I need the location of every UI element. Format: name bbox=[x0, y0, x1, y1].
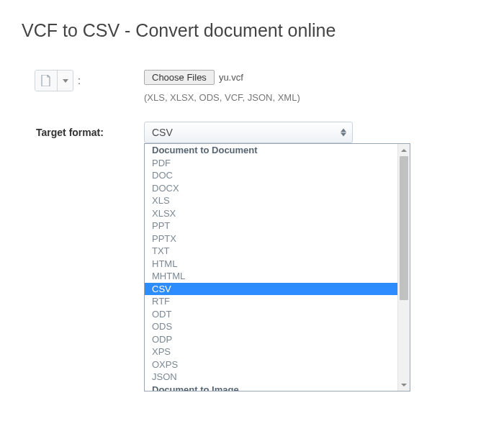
chevron-down-icon bbox=[63, 79, 68, 83]
file-icon bbox=[41, 75, 51, 86]
dropdown-option[interactable]: CSV bbox=[145, 283, 397, 296]
supported-formats-hint: (XLS, XLSX, ODS, VCF, JSON, XML) bbox=[144, 92, 482, 103]
dropdown-option[interactable]: HTML bbox=[145, 258, 397, 271]
dropdown-option[interactable]: PPT bbox=[145, 220, 397, 232]
page-title: VCF to CSV - Convert document online bbox=[22, 20, 482, 41]
target-format-select[interactable]: CSV bbox=[144, 122, 353, 143]
choose-files-button[interactable]: Choose Files bbox=[144, 70, 215, 85]
dropdown-option[interactable]: TXT bbox=[145, 245, 397, 258]
file-source-button[interactable] bbox=[35, 71, 57, 91]
dropdown-option[interactable]: DOCX bbox=[145, 182, 397, 195]
dropdown-option[interactable]: PPTX bbox=[145, 232, 397, 245]
dropdown-scrollbar[interactable] bbox=[397, 144, 410, 391]
dropdown-list[interactable]: Document to DocumentPDFDOCDOCXXLSXLSXPPT… bbox=[145, 144, 397, 391]
dropdown-option[interactable]: DOC bbox=[145, 169, 397, 182]
dropdown-option[interactable]: ODT bbox=[145, 308, 397, 321]
dropdown-option[interactable]: RTF bbox=[145, 295, 397, 308]
triangle-up-icon bbox=[401, 149, 407, 152]
target-format-dropdown: Document to DocumentPDFDOCDOCXXLSXLSXPPT… bbox=[144, 143, 410, 392]
dropdown-option[interactable]: ODS bbox=[145, 320, 397, 333]
target-format-label: Target format: bbox=[22, 127, 104, 138]
dropdown-option[interactable]: PDF bbox=[145, 157, 397, 170]
dropdown-group-header: Document to Image bbox=[145, 384, 397, 392]
triangle-down-icon bbox=[401, 384, 407, 386]
dropdown-option[interactable]: XLSX bbox=[145, 207, 397, 220]
selected-filename: yu.vcf bbox=[219, 72, 243, 83]
dropdown-option[interactable]: ODP bbox=[145, 333, 397, 346]
dropdown-group-header: Document to Document bbox=[145, 144, 397, 157]
source-button-group bbox=[35, 70, 73, 91]
dropdown-option[interactable]: OXPS bbox=[145, 358, 397, 371]
target-format-value: CSV bbox=[152, 127, 173, 138]
dropdown-option[interactable]: JSON bbox=[145, 371, 397, 384]
select-arrows-icon bbox=[341, 129, 346, 137]
scrollbar-thumb[interactable] bbox=[400, 156, 408, 300]
dropdown-option[interactable]: XPS bbox=[145, 345, 397, 358]
source-dropdown-button[interactable] bbox=[57, 71, 73, 91]
dropdown-option[interactable]: MHTML bbox=[145, 270, 397, 283]
scrollbar-up-button[interactable] bbox=[398, 144, 410, 156]
dropdown-option[interactable]: XLS bbox=[145, 194, 397, 207]
scrollbar-down-button[interactable] bbox=[398, 379, 410, 391]
separator-colon: : bbox=[78, 75, 81, 86]
